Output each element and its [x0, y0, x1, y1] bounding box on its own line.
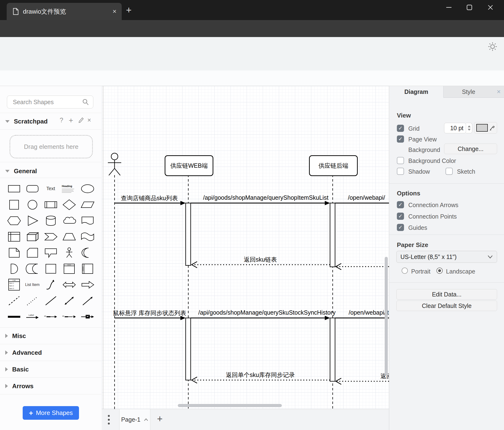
shape-link[interactable]	[5, 309, 23, 325]
window-maximize-button[interactable]	[459, 0, 480, 15]
background-color-checkbox[interactable]	[397, 157, 404, 164]
message-label[interactable]: /open/webapi/	[348, 194, 389, 201]
shape-arrow-with-box[interactable]	[78, 309, 97, 325]
shape-trapezoid[interactable]	[60, 229, 78, 245]
scratchpad-header[interactable]: Scratchpad	[5, 116, 48, 127]
shape-tape[interactable]	[78, 229, 97, 245]
shape-diamond[interactable]	[60, 196, 78, 213]
shape-curve[interactable]	[42, 277, 60, 293]
connection-points-checkbox[interactable]	[397, 213, 404, 220]
shape-text[interactable]: Text	[42, 181, 60, 196]
message-label[interactable]: /open/webapi/item	[349, 309, 389, 316]
message-label[interactable]: 返回sku链表	[232, 256, 289, 263]
participant-web[interactable]: 供应链WEB端	[165, 155, 213, 176]
shape-bidirectional-arrow[interactable]	[60, 277, 78, 293]
scratchpad-dropzone[interactable]: Drag elements here	[9, 135, 93, 158]
section-basic[interactable]: Basic	[5, 365, 29, 374]
shape-rectangle[interactable]	[5, 181, 23, 196]
scratchpad-close-icon[interactable]: ×	[87, 117, 91, 124]
page-view-checkbox[interactable]	[397, 135, 404, 143]
vertical-scrollbar[interactable]	[385, 257, 388, 375]
shape-process[interactable]	[42, 196, 60, 213]
edit-data-button[interactable]: Edit Data...	[396, 289, 497, 299]
shape-document[interactable]	[78, 213, 97, 229]
message-label[interactable]: /api/goods/shopManage/querySkuStockSyncH…	[198, 309, 322, 316]
section-advanced[interactable]: Advanced	[5, 348, 42, 357]
diagram-canvas[interactable]: 供应链WEB端 供应链后端 查询店铺商品sku列表 /api/goods/sho…	[102, 86, 389, 409]
shape-arrow-source-label[interactable]	[42, 309, 60, 325]
shape-arrow-source-target-label[interactable]	[60, 309, 78, 325]
shape-card[interactable]	[23, 245, 42, 261]
shape-list-item[interactable]: List Item	[23, 277, 42, 293]
guides-checkbox[interactable]	[397, 224, 404, 231]
section-arrows[interactable]: Arrows	[5, 381, 34, 391]
horizontal-scrollbar[interactable]	[178, 404, 282, 407]
shape-container[interactable]	[42, 261, 60, 277]
section-misc[interactable]: Misc	[5, 331, 26, 341]
shape-list[interactable]: ListItem 1Item 2Item 3	[5, 277, 23, 293]
shape-horizontal-container[interactable]	[78, 261, 97, 277]
landscape-radio[interactable]	[436, 268, 443, 274]
sketch-checkbox[interactable]	[446, 168, 453, 175]
shape-step[interactable]	[42, 229, 60, 245]
shape-cylinder[interactable]	[42, 213, 60, 229]
tab-diagram[interactable]: Diagram	[389, 86, 443, 98]
shape-textbox[interactable]: Heading	[60, 181, 78, 196]
add-page-button[interactable]: +	[157, 413, 162, 424]
shape-note[interactable]	[5, 245, 23, 261]
more-shapes-button[interactable]: +More Shapes	[23, 406, 79, 420]
participant-backend[interactable]: 供应链后端	[309, 155, 358, 176]
stepper-down-icon[interactable]	[468, 129, 471, 131]
message-label[interactable]: 鼠标悬浮 库存同步状态列表	[110, 309, 189, 317]
shape-hexagon[interactable]	[5, 213, 23, 229]
clear-default-style-button[interactable]: Clear Default Style	[396, 300, 497, 311]
pages-menu-icon[interactable]	[107, 414, 110, 426]
portrait-radio[interactable]	[402, 268, 408, 274]
tab-style[interactable]: Style	[443, 86, 494, 98]
shape-ellipse[interactable]	[78, 181, 97, 196]
shape-and[interactable]	[5, 261, 23, 277]
message-label[interactable]: 查询店铺商品sku列表	[116, 194, 183, 202]
background-change-button[interactable]: Change...	[444, 144, 497, 154]
shape-actor[interactable]	[60, 245, 78, 261]
message-label[interactable]: /api/goods/shopManage/queryShopItemSkuLi…	[203, 194, 318, 201]
shape-cube[interactable]	[23, 229, 42, 245]
panel-close-icon[interactable]: ×	[494, 86, 504, 98]
stepper-up-icon[interactable]	[468, 125, 471, 127]
grid-size-input[interactable]: 10 pt	[444, 123, 466, 133]
shape-data-storage[interactable]	[23, 261, 42, 277]
scratchpad-add-icon[interactable]: +	[69, 116, 73, 125]
shape-arrow-with-label[interactable]: Label	[23, 309, 42, 325]
grid-color-button[interactable]	[474, 122, 497, 133]
shape-rounded-rectangle[interactable]	[23, 181, 42, 196]
shape-vertical-container[interactable]	[60, 261, 78, 277]
shape-or[interactable]	[78, 245, 97, 261]
message-label[interactable]: 返回单个sku库存同步记录	[222, 371, 298, 379]
scratchpad-edit-icon[interactable]	[78, 117, 84, 124]
tab-close-icon[interactable]: ×	[113, 8, 117, 15]
shape-triangle[interactable]	[23, 213, 42, 229]
shape-dotted-line[interactable]	[23, 293, 42, 309]
shape-bidirectional-connector[interactable]	[60, 293, 78, 309]
shape-internal-storage[interactable]	[5, 229, 23, 245]
paper-size-select[interactable]: US-Letter (8,5" x 11")	[396, 251, 497, 263]
browser-tab[interactable]: drawio文件预览 ×	[7, 3, 122, 20]
shape-search-box[interactable]	[7, 95, 93, 108]
shape-directional-connector[interactable]	[78, 293, 97, 309]
shape-callout[interactable]	[42, 245, 60, 261]
shape-line[interactable]	[42, 293, 60, 309]
shape-circle[interactable]	[23, 196, 42, 213]
theme-toggle-button[interactable]	[488, 42, 497, 52]
connection-arrows-checkbox[interactable]	[397, 201, 404, 208]
window-close-button[interactable]	[480, 0, 501, 15]
scratchpad-help-icon[interactable]: ?	[60, 117, 63, 124]
shadow-checkbox[interactable]	[397, 168, 404, 175]
shape-cloud[interactable]	[60, 213, 78, 229]
shape-parallelogram[interactable]	[78, 196, 97, 213]
shape-search-input[interactable]	[12, 98, 82, 106]
grid-size-stepper[interactable]	[466, 123, 472, 133]
page-tab[interactable]: Page-1	[119, 409, 150, 430]
new-tab-button[interactable]: +	[126, 5, 132, 16]
shape-dashed-line[interactable]	[5, 293, 23, 309]
window-minimize-button[interactable]	[439, 0, 459, 15]
